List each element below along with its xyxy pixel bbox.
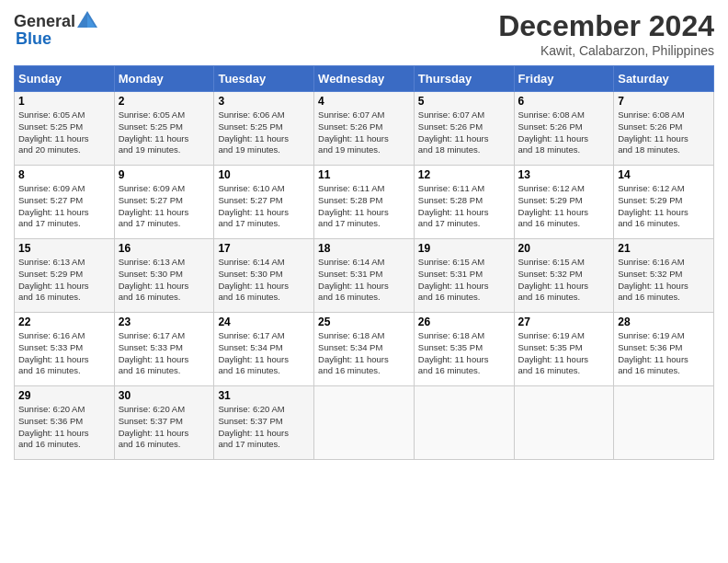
calendar-cell: 14Sunrise: 6:12 AMSunset: 5:29 PMDayligh… (614, 166, 714, 239)
day-number: 26 (418, 316, 510, 328)
header-day-sunday: Sunday (15, 66, 115, 92)
day-number: 27 (518, 316, 610, 328)
day-info: Sunrise: 6:07 AMSunset: 5:26 PMDaylight:… (318, 109, 410, 156)
day-info: Sunrise: 6:09 AMSunset: 5:27 PMDaylight:… (119, 183, 210, 230)
calendar-cell: 1Sunrise: 6:05 AMSunset: 5:25 PMDaylight… (15, 92, 115, 166)
day-info: Sunrise: 6:12 AMSunset: 5:29 PMDaylight:… (618, 183, 710, 230)
calendar-cell: 24Sunrise: 6:17 AMSunset: 5:34 PMDayligh… (214, 313, 314, 386)
day-info: Sunrise: 6:09 AMSunset: 5:27 PMDaylight:… (18, 183, 110, 230)
week-row-1: 1Sunrise: 6:05 AMSunset: 5:25 PMDaylight… (15, 92, 714, 166)
calendar-cell: 3Sunrise: 6:06 AMSunset: 5:25 PMDaylight… (214, 92, 314, 166)
day-info: Sunrise: 6:17 AMSunset: 5:33 PMDaylight:… (119, 330, 210, 377)
logo-icon (75, 9, 99, 33)
calendar-cell: 16Sunrise: 6:13 AMSunset: 5:30 PMDayligh… (114, 239, 214, 313)
day-number: 4 (318, 95, 410, 108)
day-number: 16 (119, 242, 210, 255)
day-info: Sunrise: 6:20 AMSunset: 5:37 PMDaylight:… (218, 404, 310, 451)
day-info: Sunrise: 6:20 AMSunset: 5:36 PMDaylight:… (18, 404, 110, 451)
day-info: Sunrise: 6:19 AMSunset: 5:36 PMDaylight:… (618, 330, 710, 377)
day-number: 13 (518, 168, 610, 181)
day-number: 31 (218, 389, 310, 402)
calendar-cell (514, 386, 614, 460)
day-info: Sunrise: 6:16 AMSunset: 5:33 PMDaylight:… (18, 330, 110, 377)
calendar-cell: 8Sunrise: 6:09 AMSunset: 5:27 PMDaylight… (15, 166, 115, 239)
day-number: 5 (418, 95, 510, 108)
calendar-cell: 6Sunrise: 6:08 AMSunset: 5:26 PMDaylight… (514, 92, 614, 166)
calendar-cell: 10Sunrise: 6:10 AMSunset: 5:27 PMDayligh… (214, 166, 314, 239)
calendar-cell: 31Sunrise: 6:20 AMSunset: 5:37 PMDayligh… (214, 386, 314, 460)
day-number: 29 (18, 389, 110, 402)
day-number: 22 (18, 316, 110, 328)
day-number: 11 (318, 168, 410, 181)
day-number: 3 (218, 95, 310, 108)
calendar-cell: 2Sunrise: 6:05 AMSunset: 5:25 PMDaylight… (114, 92, 214, 166)
calendar-cell: 4Sunrise: 6:07 AMSunset: 5:26 PMDaylight… (314, 92, 415, 166)
calendar-cell (314, 386, 415, 460)
calendar-cell: 30Sunrise: 6:20 AMSunset: 5:37 PMDayligh… (114, 386, 214, 460)
day-info: Sunrise: 6:06 AMSunset: 5:25 PMDaylight:… (218, 109, 310, 156)
calendar-cell: 20Sunrise: 6:15 AMSunset: 5:32 PMDayligh… (514, 239, 614, 313)
calendar-cell: 12Sunrise: 6:11 AMSunset: 5:28 PMDayligh… (414, 166, 514, 239)
calendar-cell: 9Sunrise: 6:09 AMSunset: 5:27 PMDaylight… (114, 166, 214, 239)
week-row-2: 8Sunrise: 6:09 AMSunset: 5:27 PMDaylight… (15, 166, 714, 239)
header-day-wednesday: Wednesday (314, 66, 415, 92)
day-info: Sunrise: 6:15 AMSunset: 5:31 PMDaylight:… (418, 257, 510, 304)
day-number: 15 (18, 242, 110, 255)
day-info: Sunrise: 6:12 AMSunset: 5:29 PMDaylight:… (518, 183, 610, 230)
main-title: December 2024 (498, 9, 714, 43)
title-area: December 2024 Kawit, Calabarzon, Philipp… (498, 9, 714, 58)
day-number: 7 (618, 95, 710, 108)
day-number: 8 (18, 168, 110, 181)
logo: General Blue (14, 9, 99, 49)
calendar-cell: 5Sunrise: 6:07 AMSunset: 5:26 PMDaylight… (414, 92, 514, 166)
calendar-cell (414, 386, 514, 460)
day-number: 21 (618, 242, 710, 255)
day-number: 10 (218, 168, 310, 181)
header-day-tuesday: Tuesday (214, 66, 314, 92)
day-number: 18 (318, 242, 410, 255)
week-row-5: 29Sunrise: 6:20 AMSunset: 5:36 PMDayligh… (15, 386, 714, 460)
day-info: Sunrise: 6:20 AMSunset: 5:37 PMDaylight:… (119, 404, 210, 451)
day-number: 9 (119, 168, 210, 181)
logo-blue: Blue (16, 29, 51, 49)
calendar-cell: 17Sunrise: 6:14 AMSunset: 5:30 PMDayligh… (214, 239, 314, 313)
calendar-cell: 26Sunrise: 6:18 AMSunset: 5:35 PMDayligh… (414, 313, 514, 386)
header-day-saturday: Saturday (614, 66, 714, 92)
calendar-cell: 22Sunrise: 6:16 AMSunset: 5:33 PMDayligh… (15, 313, 115, 386)
subtitle: Kawit, Calabarzon, Philippines (498, 43, 714, 58)
day-number: 1 (18, 95, 110, 108)
day-info: Sunrise: 6:13 AMSunset: 5:30 PMDaylight:… (119, 257, 210, 304)
calendar-cell: 29Sunrise: 6:20 AMSunset: 5:36 PMDayligh… (15, 386, 115, 460)
week-row-4: 22Sunrise: 6:16 AMSunset: 5:33 PMDayligh… (15, 313, 714, 386)
calendar-header-row: SundayMondayTuesdayWednesdayThursdayFrid… (15, 66, 714, 92)
header-day-thursday: Thursday (414, 66, 514, 92)
day-number: 19 (418, 242, 510, 255)
day-info: Sunrise: 6:19 AMSunset: 5:35 PMDaylight:… (518, 330, 610, 377)
day-info: Sunrise: 6:18 AMSunset: 5:35 PMDaylight:… (418, 330, 510, 377)
day-info: Sunrise: 6:08 AMSunset: 5:26 PMDaylight:… (618, 109, 710, 156)
day-info: Sunrise: 6:18 AMSunset: 5:34 PMDaylight:… (318, 330, 410, 377)
header: General Blue December 2024 Kawit, Calaba… (14, 9, 714, 58)
day-number: 28 (618, 316, 710, 328)
calendar-cell: 23Sunrise: 6:17 AMSunset: 5:33 PMDayligh… (114, 313, 214, 386)
day-info: Sunrise: 6:11 AMSunset: 5:28 PMDaylight:… (418, 183, 510, 230)
header-day-friday: Friday (514, 66, 614, 92)
day-info: Sunrise: 6:14 AMSunset: 5:30 PMDaylight:… (218, 257, 310, 304)
day-info: Sunrise: 6:16 AMSunset: 5:32 PMDaylight:… (618, 257, 710, 304)
day-number: 24 (218, 316, 310, 328)
day-number: 23 (119, 316, 210, 328)
calendar-cell: 11Sunrise: 6:11 AMSunset: 5:28 PMDayligh… (314, 166, 415, 239)
day-info: Sunrise: 6:11 AMSunset: 5:28 PMDaylight:… (318, 183, 410, 230)
day-number: 25 (318, 316, 410, 328)
calendar-cell (614, 386, 714, 460)
day-info: Sunrise: 6:15 AMSunset: 5:32 PMDaylight:… (518, 257, 610, 304)
logo-general: General (14, 12, 75, 31)
day-number: 30 (119, 389, 210, 402)
page: General Blue December 2024 Kawit, Calaba… (0, 0, 728, 563)
day-number: 2 (119, 95, 210, 108)
day-number: 6 (518, 95, 610, 108)
calendar-cell: 28Sunrise: 6:19 AMSunset: 5:36 PMDayligh… (614, 313, 714, 386)
day-number: 17 (218, 242, 310, 255)
day-number: 14 (618, 168, 710, 181)
calendar: SundayMondayTuesdayWednesdayThursdayFrid… (14, 65, 714, 460)
